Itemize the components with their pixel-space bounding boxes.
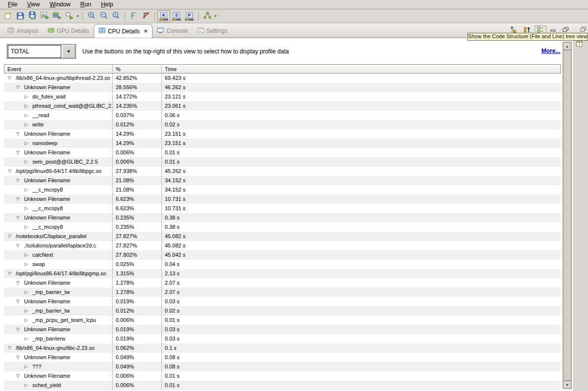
expand-arrow-icon[interactable]: ▷ [23, 260, 30, 269]
table-row[interactable]: ▽/notebooks/C/laplace_parallel 27.827% 4… [4, 232, 561, 241]
table-row[interactable]: ▽Unknown Filename 0.006% 0.01 s [4, 148, 561, 157]
expand-arrow-icon[interactable]: ▷ [23, 101, 30, 111]
table-row[interactable]: ▽Unknown Filename 6.623% 10.731 s [4, 195, 561, 204]
clear-marks-button[interactable] [140, 11, 152, 22]
run-analysis-button[interactable] [63, 11, 76, 22]
menu-item-window[interactable]: Window [45, 0, 76, 9]
zoom-reset-button[interactable]: ± [110, 11, 122, 22]
table-row[interactable]: ▽/opt/pgi/linux86-64/17.4/lib/libpgc.so … [4, 167, 561, 176]
table-row[interactable]: ▽Unknown Filename 0.049% 0.08 s [4, 353, 561, 362]
collect-metrics-button[interactable] [51, 11, 63, 22]
expand-arrow-icon[interactable]: ▷ [23, 111, 30, 120]
scrollbar-thumb[interactable] [563, 50, 571, 381]
profile-scope-combobox[interactable]: TOTAL ▼ [7, 44, 76, 59]
column-header-time[interactable]: Time [162, 65, 561, 73]
table-row[interactable]: ▷write 0.012% 0.02 s [4, 120, 561, 129]
table-row[interactable]: ▽/lib/x86_64-linux-gnu/libc-2.23.so 0.06… [4, 343, 561, 353]
collapse-arrow-icon[interactable]: ▽ [6, 73, 13, 83]
save-as-button[interactable] [26, 11, 39, 22]
table-row[interactable]: ▷calcNext 27.802% 45.042 s [4, 250, 561, 260]
expand-arrow-icon[interactable]: ▷ [23, 334, 30, 343]
restore-window-button[interactable] [580, 26, 587, 33]
table-row[interactable]: ▽Unknown Filename 0.235% 0.38 s [4, 213, 561, 222]
expand-arrow-icon[interactable]: ▷ [23, 139, 30, 148]
more-link[interactable]: More... [541, 48, 561, 54]
pane-layout-icon[interactable] [576, 41, 583, 49]
collapse-arrow-icon[interactable]: ▽ [14, 148, 22, 157]
tab-settings[interactable]: Settings [193, 24, 232, 37]
call-tree-button[interactable] [201, 11, 213, 22]
menu-item-help[interactable]: Help [96, 0, 118, 9]
table-row[interactable]: ▷__c_mcopy8 6.623% 10.731 s [4, 204, 561, 213]
table-row[interactable]: ▷_mp_barrierw 0.019% 0.03 s [4, 334, 561, 343]
table-row[interactable]: ▷_mp_pcpu_get_team_lcpu 0.006% 0.01 s [4, 316, 561, 325]
collapse-arrow-icon[interactable]: ▽ [14, 353, 22, 362]
table-row[interactable]: ▷pthread_cond_wait@@GLIBC_2.3 14.235% 23… [4, 101, 561, 111]
zoom-out-button[interactable] [98, 11, 110, 22]
collapse-arrow-icon[interactable]: ▽ [6, 269, 13, 278]
expand-arrow-icon[interactable]: ▷ [23, 157, 30, 167]
menu-item-view[interactable]: View [22, 0, 45, 9]
menu-item-file[interactable]: File [3, 0, 22, 9]
collapse-arrow-icon[interactable]: ▽ [14, 241, 22, 250]
collapse-arrow-icon[interactable]: ▽ [14, 176, 22, 185]
mark-region-button[interactable] [128, 11, 140, 22]
menu-item-run[interactable]: Run [76, 0, 96, 9]
table-row[interactable]: ▽Unknown Filename 0.019% 0.03 s [4, 297, 561, 306]
table-row[interactable]: ▷sem_post@@GLIBC_2.2.5 0.006% 0.01 s [4, 157, 561, 167]
expand-arrow-icon[interactable]: ▷ [23, 92, 30, 101]
call-tree-dropdown-caret-icon[interactable]: ▾ [213, 14, 218, 18]
combobox-arrow-button[interactable]: ▼ [62, 45, 75, 58]
color-by-stream-button[interactable]: S [170, 10, 183, 22]
expand-arrow-icon[interactable]: ▷ [23, 306, 30, 316]
close-icon[interactable]: ✕ [144, 28, 148, 34]
table-row[interactable]: ▷_mp_barrier_tw 0.012% 0.02 s [4, 306, 561, 316]
table-row[interactable]: ▷_mp_barrier_tw 1.278% 2.07 s [4, 288, 561, 297]
expand-arrow-icon[interactable]: ▷ [23, 381, 30, 390]
color-by-process-button[interactable]: P [183, 10, 196, 22]
expand-arrow-icon[interactable]: ▷ [23, 204, 30, 213]
collapse-arrow-icon[interactable]: ▽ [14, 278, 22, 288]
zoom-in-button[interactable] [85, 11, 98, 22]
table-row[interactable]: ▷nanosleep 14.29% 23.151 s [4, 139, 561, 148]
expand-arrow-icon[interactable]: ▷ [23, 222, 30, 232]
column-header-event[interactable]: Event [4, 65, 113, 73]
scroll-up-button[interactable]: ▲ [563, 42, 571, 50]
expand-arrow-icon[interactable]: ▷ [23, 250, 30, 260]
vertical-scrollbar[interactable]: ▲ ▼ [562, 42, 572, 389]
expand-arrow-icon[interactable]: ▷ [23, 288, 30, 297]
scroll-down-button[interactable]: ▼ [563, 381, 571, 389]
column-header-percent[interactable]: % [113, 65, 162, 73]
table-row[interactable]: ▽Unknown Filename 0.006% 0.01 s [4, 371, 561, 381]
tab-cpu-details[interactable]: CPU Details ✕ [94, 24, 153, 38]
collapse-arrow-icon[interactable]: ▽ [14, 129, 22, 139]
collapse-arrow-icon[interactable]: ▽ [14, 83, 22, 92]
collapse-arrow-icon[interactable]: ▽ [6, 343, 13, 353]
table-row[interactable]: ▷do_futex_wait 14.272% 23.121 s [4, 92, 561, 101]
collapse-arrow-icon[interactable]: ▽ [6, 232, 13, 241]
table-row[interactable]: ▽/lib/x86_64-linux-gnu/libpthread-2.23.s… [4, 73, 561, 83]
expand-arrow-icon[interactable]: ▷ [23, 362, 30, 371]
new-session-button[interactable] [2, 11, 14, 22]
expand-arrow-icon[interactable]: ▷ [23, 316, 30, 325]
expand-arrow-icon[interactable]: ▷ [23, 120, 30, 129]
table-row[interactable]: ▽./solutions/parallel/laplace2d.c 27.827… [4, 241, 561, 250]
table-row[interactable]: ▷__c_mcopy8 0.235% 0.38 s [4, 222, 561, 232]
save-button[interactable] [14, 11, 26, 22]
collapse-arrow-icon[interactable]: ▽ [6, 167, 13, 176]
table-row[interactable]: ▽Unknown Filename 21.08% 34.152 s [4, 176, 561, 185]
collapse-arrow-icon[interactable]: ▽ [14, 213, 22, 222]
table-row[interactable]: ▷sched_yield 0.006% 0.01 s [4, 381, 561, 390]
table-row[interactable]: ▽Unknown Filename 28.556% 46.262 s [4, 83, 561, 92]
expand-arrow-icon[interactable]: ▷ [23, 185, 30, 195]
table-row[interactable]: ▽Unknown Filename 1.278% 2.07 s [4, 278, 561, 288]
generate-timeline-button[interactable] [39, 11, 51, 22]
tab-gpu-details[interactable]: GPU Details [43, 24, 94, 37]
table-row[interactable]: ▷swap 0.025% 0.04 s [4, 260, 561, 269]
analysis-dropdown-caret-icon[interactable]: ▾ [76, 14, 80, 18]
table-row[interactable]: ▽Unknown Filename 0.019% 0.03 s [4, 325, 561, 334]
collapse-arrow-icon[interactable]: ▽ [14, 195, 22, 204]
table-row[interactable]: ▽Unknown Filename 14.29% 23.151 s [4, 129, 561, 139]
collapse-arrow-icon[interactable]: ▽ [14, 325, 22, 334]
tab-analysis[interactable]: Analysis [3, 24, 43, 37]
